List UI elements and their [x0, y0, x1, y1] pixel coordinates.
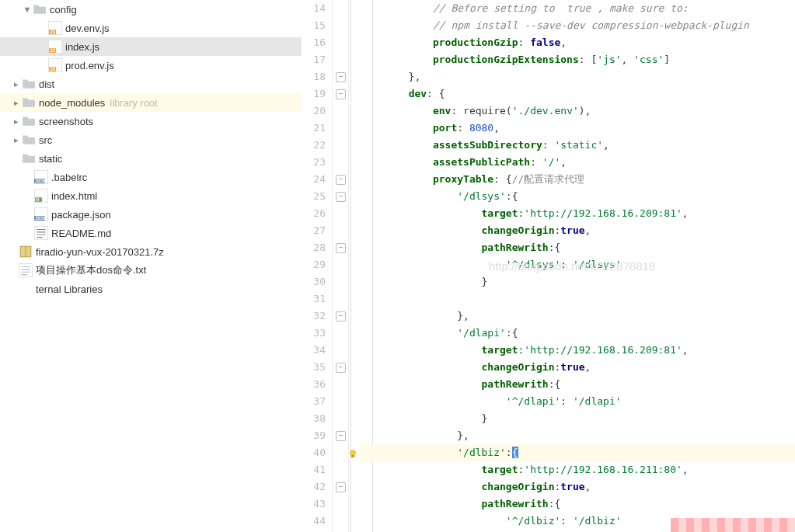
fold-toggle-icon[interactable]: − [336, 311, 346, 322]
code-editor[interactable]: 1415161718192021222324252627282930313233… [302, 0, 795, 532]
project-tree[interactable]: ▼configJSdev.env.jsJSindex.jsJSprod.env.… [0, 0, 302, 532]
code-line[interactable]: port: 8080, [360, 120, 795, 137]
svg-text:JSON: JSON [35, 179, 46, 183]
tree-item-label: screenshots [39, 116, 93, 127]
tree-item-label: 项目操作基本dos命令.txt [36, 263, 146, 277]
txt-icon [19, 263, 33, 277]
code-line[interactable]: proxyTable: {//配置请求代理 [360, 171, 795, 188]
folder-icon [22, 96, 36, 110]
tree-item[interactable]: JSdev.env.js [0, 19, 302, 37]
js-icon: JS [48, 58, 62, 72]
tree-item[interactable]: 项目操作基本dos命令.txt [0, 261, 302, 280]
svg-rect-18 [34, 226, 48, 240]
fold-toggle-icon[interactable]: − [336, 431, 346, 441]
line-number: 27 [302, 222, 326, 239]
code-line[interactable]: '/dlbiz':{ [360, 444, 795, 461]
fold-toggle-icon[interactable]: − [336, 192, 346, 202]
fold-toggle-icon[interactable]: − [336, 363, 346, 373]
line-number: 15 [302, 17, 326, 34]
line-number: 18 [302, 68, 326, 85]
tree-item[interactable]: JSONpackage.json [0, 205, 302, 224]
tree-item[interactable]: Hindex.html [0, 186, 302, 205]
tree-item[interactable]: ternal Libraries [0, 280, 302, 298]
code-line[interactable]: productionGzipExtensions: ['js', 'css'] [360, 51, 795, 68]
tree-item[interactable]: ▼config [0, 0, 302, 19]
code-line[interactable]: env: require('./dev.env'), [360, 103, 795, 120]
tree-item[interactable]: firadio-yun-vux-20170321.7z [0, 242, 302, 261]
line-number: 33 [302, 325, 326, 342]
code-line[interactable]: pathRewrith:{ [360, 495, 795, 513]
svg-text:JS: JS [50, 67, 55, 71]
tree-item[interactable]: static [0, 149, 302, 168]
expand-arrow-icon[interactable]: ▸ [11, 116, 22, 127]
code-line[interactable]: assetsPublicPath: '/', [360, 154, 795, 171]
tree-item[interactable]: README.md [0, 224, 302, 242]
folder-icon [22, 77, 36, 91]
line-number: 26 [302, 205, 326, 222]
code-line[interactable]: target:'http://192.168.16.209:81', [360, 342, 795, 359]
code-line[interactable]: target:'http://192.168.16.209:81', [360, 205, 795, 222]
line-number: 44 [302, 513, 326, 530]
code-line[interactable]: '^/dlsys': '/dlsys' [360, 256, 795, 273]
fold-toggle-icon[interactable]: − [336, 243, 346, 253]
fold-column[interactable]: −−−−−−−−− [333, 0, 349, 532]
tree-item-label: dev.env.js [65, 23, 110, 34]
code-line[interactable]: } [360, 273, 795, 290]
line-number: 29 [302, 256, 326, 273]
code-line[interactable]: }, [360, 308, 795, 325]
line-number: 42 [302, 478, 326, 495]
line-number: 35 [302, 359, 326, 376]
code-line[interactable]: // npm install --save-dev compression-we… [360, 17, 795, 34]
tree-item-label: index.html [51, 190, 97, 202]
code-line[interactable]: changeOrigin:true, [360, 222, 795, 239]
code-line[interactable]: '/dlsys':{ [360, 188, 795, 205]
code-line[interactable]: pathRewrith:{ [360, 239, 795, 256]
expand-arrow-icon[interactable]: ▼ [22, 5, 33, 14]
line-number: 25 [302, 188, 326, 205]
tree-item[interactable]: ▸src [0, 130, 302, 149]
line-number: 38 [302, 410, 326, 427]
code-line[interactable]: changeOrigin:true, [360, 478, 795, 495]
html-icon: H [34, 189, 48, 203]
tree-item-label: node_modules [39, 97, 105, 109]
folder-icon [22, 133, 36, 147]
md-icon [34, 226, 48, 240]
expand-arrow-icon[interactable]: ▸ [11, 79, 22, 89]
tree-item[interactable]: ▸dist [0, 75, 302, 93]
tree-item[interactable]: ▸screenshots [0, 112, 302, 130]
code-area[interactable]: http://blog.csdn.net/u012878818 // Befor… [349, 0, 795, 532]
code-line[interactable]: }, [360, 68, 795, 85]
expand-arrow-icon[interactable]: ▸ [11, 98, 22, 108]
line-number: 17 [302, 51, 326, 68]
line-number: 22 [302, 137, 326, 154]
tree-item-label: package.json [51, 209, 111, 221]
bulb-icon[interactable] [347, 447, 358, 458]
code-line[interactable]: // Before setting to true , make sure to… [360, 0, 795, 17]
code-line[interactable]: '/dlapi':{ [360, 325, 795, 342]
line-number: 43 [302, 495, 326, 513]
code-line[interactable]: }, [360, 427, 795, 444]
tree-item-label: .babelrc [51, 172, 87, 183]
code-line[interactable]: target:'http://192.168.16.211:80', [360, 461, 795, 478]
expand-arrow-icon[interactable]: ▸ [11, 135, 22, 145]
code-line[interactable]: productionGzip: false, [360, 34, 795, 51]
code-line[interactable]: dev: { [360, 85, 795, 103]
fold-toggle-icon[interactable]: − [336, 175, 346, 185]
fold-toggle-icon[interactable]: − [336, 89, 346, 99]
tree-item[interactable]: ▸node_moduleslibrary root [0, 93, 302, 112]
json-icon: JSON [34, 207, 48, 221]
code-line[interactable]: pathRewrith:{ [360, 376, 795, 393]
tree-item[interactable]: JSindex.js [0, 37, 302, 56]
tree-item[interactable]: JSON.babelrc [0, 168, 302, 186]
fold-toggle-icon[interactable]: − [336, 482, 346, 492]
code-line[interactable]: changeOrigin:true, [360, 359, 795, 376]
fold-toggle-icon[interactable]: − [336, 72, 346, 82]
code-line[interactable]: assetsSubDirectory: 'static', [360, 137, 795, 154]
js-icon: JS [48, 21, 62, 35]
code-line[interactable] [360, 290, 795, 308]
code-line[interactable]: } [360, 410, 795, 427]
svg-text:JS: JS [50, 48, 55, 53]
tree-item[interactable]: JSprod.env.js [0, 56, 302, 75]
code-line[interactable]: '^/dlapi': '/dlapi' [360, 393, 795, 410]
line-number: 28 [302, 239, 326, 256]
